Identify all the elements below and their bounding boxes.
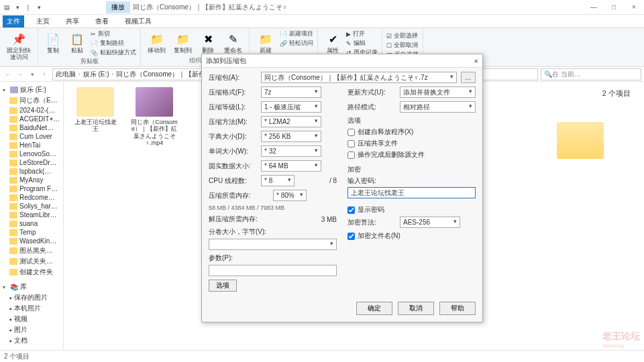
easy-access-button[interactable]: 🔗轻松访问 xyxy=(280,39,313,48)
cpu-combo[interactable]: * 8 xyxy=(261,175,294,186)
path-combo[interactable]: 相对路径 xyxy=(400,101,476,113)
crumb[interactable]: 娱乐 (E:) xyxy=(83,70,109,79)
split-combo[interactable] xyxy=(209,239,337,250)
video-item[interactable]: 同じ赤（Consome）｜【新作】紅葉さんようこそ♀.mp4 xyxy=(131,87,178,146)
encrypt-names-checkbox[interactable]: 加密文件名(N) xyxy=(347,231,476,241)
sidebar-folder[interactable]: 图丛黑夹… xyxy=(1,245,62,256)
sidebar-folder[interactable]: Program F… xyxy=(1,184,62,193)
move-to-button[interactable]: 📁移动到 xyxy=(145,29,168,56)
format-combo[interactable]: 7z xyxy=(261,86,321,98)
qa-icon[interactable]: ▾ xyxy=(35,3,43,11)
tab-file[interactable]: 文件 xyxy=(3,15,24,27)
sidebar-folder[interactable]: WasedKin… xyxy=(1,237,62,245)
sidebar-library[interactable]: ▪本机照片 xyxy=(1,303,62,314)
back-button[interactable]: ← xyxy=(3,69,13,80)
copy-path-button[interactable]: 📄复制路径 xyxy=(91,39,136,48)
sidebar-folder[interactable]: Soliys_har… xyxy=(1,202,62,210)
level-combo[interactable]: 1 - 极速压缩 xyxy=(261,101,321,113)
tab-view[interactable]: 查看 xyxy=(91,15,113,27)
status-bar: 2 个项目 xyxy=(0,350,644,362)
sidebar-folder[interactable]: 测试关夹… xyxy=(1,256,62,267)
qa-icon[interactable]: ▤ xyxy=(3,3,11,11)
sidebar-folder[interactable]: suana xyxy=(1,219,62,228)
delete-after-checkbox[interactable]: 操作完成后删除源文件 xyxy=(347,150,476,160)
sidebar-folder[interactable]: BaiduNet… xyxy=(1,123,62,132)
dialog-close-button[interactable]: × xyxy=(474,57,478,65)
sidebar-folder[interactable]: 创建文件夹 xyxy=(1,267,62,278)
crumb[interactable]: 此电脑 xyxy=(56,70,76,79)
options-button[interactable]: 选项 xyxy=(209,280,237,292)
search-input[interactable]: 🔍 在 当前… xyxy=(541,68,641,80)
sidebar-folder[interactable]: ACGEDIT+… xyxy=(1,115,62,123)
minimize-button[interactable]: — xyxy=(584,0,604,15)
help-button[interactable]: 帮助 xyxy=(439,302,476,315)
pin-icon: 📌 xyxy=(11,31,27,47)
sidebar-folder[interactable]: LeStoreDr… xyxy=(1,158,62,167)
qa-icon[interactable]: ▾ xyxy=(13,3,21,11)
cut-button[interactable]: ✂剪切 xyxy=(91,29,136,38)
solid-label: 固实数据大小: xyxy=(209,162,257,171)
paste-button[interactable]: 📋粘贴 xyxy=(66,29,88,56)
close-button[interactable]: × xyxy=(624,0,644,15)
sfx-checkbox[interactable]: 创建自释放程序(X) xyxy=(347,127,476,137)
sidebar-folder[interactable]: lspback(… xyxy=(1,167,62,176)
delete-button[interactable]: ✖删除 xyxy=(197,29,219,56)
sidebar-folder[interactable]: Redcome… xyxy=(1,193,62,202)
mem-percent-combo[interactable]: * 80% xyxy=(273,190,307,201)
sidebar-library[interactable]: ▪图片 xyxy=(1,324,62,335)
sidebar-folder[interactable]: SteamLibr… xyxy=(1,210,62,219)
sidebar-library[interactable]: ▪文档 xyxy=(1,335,62,346)
folder-icon xyxy=(9,107,17,114)
sidebar-folder[interactable]: LenovoSo… xyxy=(1,149,62,158)
recent-button[interactable]: ▾ xyxy=(27,69,38,80)
pin-quick-access-button[interactable]: 📌 固定到快 速访问 xyxy=(4,29,34,62)
sidebar-drive[interactable]: ▾娱乐 (E:) xyxy=(1,84,62,95)
rename-button[interactable]: ✎重命名 xyxy=(221,29,245,56)
word-combo[interactable]: * 32 xyxy=(261,145,321,157)
method-combo[interactable]: * LZMA2 xyxy=(261,116,321,127)
sidebar-folder[interactable]: HenTai xyxy=(1,141,62,149)
new-item-button[interactable]: 📄新建项目 xyxy=(280,29,313,38)
password-input[interactable]: 上老王论坛找老王 xyxy=(347,187,476,198)
folder-item[interactable]: 上老王论坛找老王 xyxy=(72,87,119,146)
cancel-button[interactable]: 取消 xyxy=(398,302,434,315)
sidebar-folder[interactable]: Cum Lover xyxy=(1,132,62,141)
sidebar-folder[interactable]: Temp xyxy=(1,228,62,237)
folder-icon xyxy=(9,125,17,131)
sidebar-folder[interactable]: MyAnsy xyxy=(1,176,62,184)
edit-button[interactable]: ✎编辑 xyxy=(346,39,378,48)
paste-icon: 📋 xyxy=(69,31,85,47)
ok-button[interactable]: 确定 xyxy=(356,302,392,315)
sidebar-folder[interactable]: 同じ赤（E… xyxy=(1,95,62,106)
sidebar-library[interactable]: ▪视频 xyxy=(1,314,62,324)
open-button[interactable]: ▶打开 xyxy=(346,29,378,38)
select-none-button[interactable]: ☐全部取消 xyxy=(386,41,419,50)
tab-video-tools[interactable]: 视频工具 xyxy=(121,15,156,27)
up-button[interactable]: ↑ xyxy=(39,69,50,80)
dict-combo[interactable]: * 256 KB xyxy=(261,131,321,142)
forward-button[interactable]: → xyxy=(15,69,25,80)
show-password-checkbox[interactable]: 显示密码 xyxy=(347,205,476,215)
select-all-button[interactable]: ☑全部选择 xyxy=(386,32,419,40)
sidebar-libraries[interactable]: ▾📚库 xyxy=(1,282,62,292)
browse-button[interactable]: … xyxy=(461,72,476,83)
tab-share[interactable]: 共享 xyxy=(62,15,83,27)
shared-checkbox[interactable]: 压缩共享文件 xyxy=(347,139,476,148)
params-input[interactable] xyxy=(209,265,337,276)
sidebar-folder[interactable]: 2024-02-(… xyxy=(1,106,62,115)
enc-method-combo[interactable]: AES-256 xyxy=(400,217,460,228)
folder-icon xyxy=(557,122,604,159)
update-combo[interactable]: 添加并替换文件 xyxy=(400,86,476,98)
copy-button[interactable]: 📄复制 xyxy=(42,29,64,56)
solid-combo[interactable]: * 64 MB xyxy=(261,160,321,172)
tab-home[interactable]: 主页 xyxy=(32,15,54,27)
sidebar-library[interactable]: ▪保存的图片 xyxy=(1,292,62,303)
paste-shortcut-button[interactable]: 📎粘贴快捷方式 xyxy=(91,48,136,57)
options-section: 选项 xyxy=(347,116,476,125)
maximize-button[interactable]: □ xyxy=(604,0,624,15)
properties-button[interactable]: ✔属性 xyxy=(322,29,343,56)
archive-path-input[interactable]: 同じ赤（Consome）｜【新作】紅葉さんようこそ♀.7z xyxy=(261,72,457,83)
split-label: 分卷大小，字节(V): xyxy=(209,227,337,237)
library-icon: ▪ xyxy=(9,326,12,334)
copy-to-button[interactable]: 📁复制到 xyxy=(171,29,195,56)
